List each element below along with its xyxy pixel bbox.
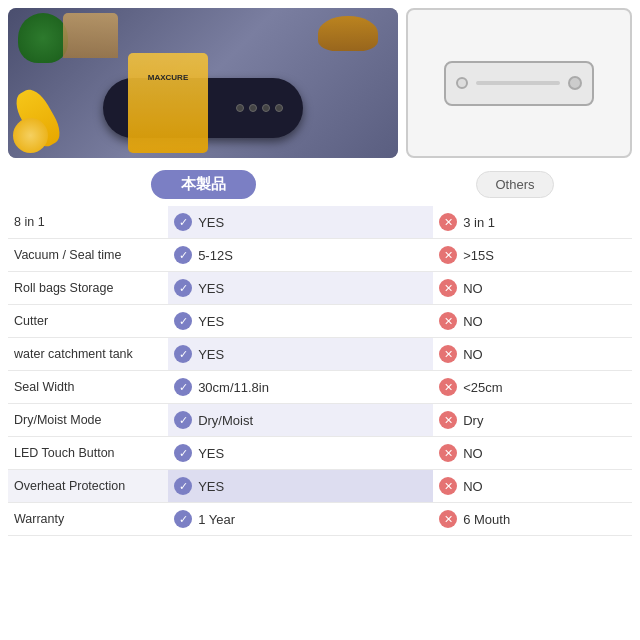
this-value-cell: ✓ 30cm/11.8in — [168, 371, 433, 404]
this-value-text: 30cm/11.8in — [198, 380, 269, 395]
this-product-label: 本製品 — [151, 170, 256, 199]
others-value-cell: ✕ >15S — [433, 239, 632, 272]
others-value-cell: ✕ Dry — [433, 404, 632, 437]
feature-cell: 8 in 1 — [8, 206, 168, 239]
check-icon: ✓ — [174, 213, 192, 231]
this-cell-content: ✓ YES — [174, 444, 427, 462]
others-value-cell: ✕ NO — [433, 338, 632, 371]
table-row: Seal Width ✓ 30cm/11.8in ✕ <25cm — [8, 371, 632, 404]
feature-cell: Overheat Protection — [8, 470, 168, 503]
this-cell-content: ✓ YES — [174, 312, 427, 330]
table-row: Dry/Moist Mode ✓ Dry/Moist ✕ Dry — [8, 404, 632, 437]
table-row: LED Touch Button ✓ YES ✕ NO — [8, 437, 632, 470]
others-value-text: NO — [463, 446, 483, 461]
machine-controls — [236, 104, 283, 112]
others-cell-content: ✕ NO — [439, 345, 626, 363]
this-product-image: MAXCURE — [8, 8, 398, 158]
this-value-text: YES — [198, 281, 224, 296]
cross-icon: ✕ — [439, 345, 457, 363]
check-icon: ✓ — [174, 279, 192, 297]
this-cell-content: ✓ 5-12S — [174, 246, 427, 264]
basket-decor — [63, 13, 118, 58]
cross-icon: ✕ — [439, 444, 457, 462]
machine-dot-3 — [262, 104, 270, 112]
feature-cell: Vacuum / Seal time — [8, 239, 168, 272]
table-row: Roll bags Storage ✓ YES ✕ NO — [8, 272, 632, 305]
others-cell-content: ✕ NO — [439, 444, 626, 462]
machine-dot-1 — [236, 104, 244, 112]
others-product-image — [406, 8, 632, 158]
others-cell-content: ✕ NO — [439, 477, 626, 495]
feature-cell: Warranty — [8, 503, 168, 536]
feature-cell: water catchment tank — [8, 338, 168, 371]
label-right: Others — [398, 171, 632, 198]
this-value-text: 5-12S — [198, 248, 233, 263]
this-value-text: YES — [198, 215, 224, 230]
others-value-text: Dry — [463, 413, 483, 428]
others-cell-content: ✕ 3 in 1 — [439, 213, 626, 231]
others-machine-body — [476, 81, 560, 85]
this-value-text: YES — [198, 446, 224, 461]
others-cell-content: ✕ 6 Mouth — [439, 510, 626, 528]
others-value-text: NO — [463, 479, 483, 494]
feature-cell: Cutter — [8, 305, 168, 338]
this-value-cell: ✓ YES — [168, 272, 433, 305]
others-value-text: NO — [463, 314, 483, 329]
others-value-text: 6 Mouth — [463, 512, 510, 527]
this-value-text: YES — [198, 479, 224, 494]
this-value-cell: ✓ YES — [168, 305, 433, 338]
check-icon: ✓ — [174, 477, 192, 495]
this-value-cell: ✓ 5-12S — [168, 239, 433, 272]
others-machine-dot — [456, 77, 468, 89]
others-value-text: >15S — [463, 248, 494, 263]
feature-cell: Roll bags Storage — [8, 272, 168, 305]
feature-cell: Dry/Moist Mode — [8, 404, 168, 437]
this-value-cell: ✓ YES — [168, 437, 433, 470]
cross-icon: ✕ — [439, 411, 457, 429]
labels-row: 本製品 Others — [8, 166, 632, 202]
check-icon: ✓ — [174, 345, 192, 363]
check-icon: ✓ — [174, 246, 192, 264]
table-row: Cutter ✓ YES ✕ NO — [8, 305, 632, 338]
cross-icon: ✕ — [439, 510, 457, 528]
feature-cell: Seal Width — [8, 371, 168, 404]
check-icon: ✓ — [174, 444, 192, 462]
cross-icon: ✕ — [439, 378, 457, 396]
this-value-cell: ✓ YES — [168, 206, 433, 239]
check-icon: ✓ — [174, 411, 192, 429]
others-value-cell: ✕ NO — [433, 470, 632, 503]
this-cell-content: ✓ YES — [174, 345, 427, 363]
this-cell-content: ✓ 30cm/11.8in — [174, 378, 427, 396]
this-cell-content: ✓ 1 Year — [174, 510, 427, 528]
others-cell-content: ✕ <25cm — [439, 378, 626, 396]
this-value-text: Dry/Moist — [198, 413, 253, 428]
this-value-text: 1 Year — [198, 512, 235, 527]
others-value-text: <25cm — [463, 380, 502, 395]
table-row: 8 in 1 ✓ YES ✕ 3 in 1 — [8, 206, 632, 239]
check-icon: ✓ — [174, 312, 192, 330]
this-value-cell: ✓ Dry/Moist — [168, 404, 433, 437]
others-value-cell: ✕ 3 in 1 — [433, 206, 632, 239]
machine-dot-2 — [249, 104, 257, 112]
check-icon: ✓ — [174, 510, 192, 528]
others-cell-content: ✕ NO — [439, 312, 626, 330]
others-value-cell: ✕ 6 Mouth — [433, 503, 632, 536]
this-cell-content: ✓ YES — [174, 477, 427, 495]
this-value-cell: ✓ 1 Year — [168, 503, 433, 536]
machine-dot-4 — [275, 104, 283, 112]
others-cell-content: ✕ >15S — [439, 246, 626, 264]
others-value-cell: ✕ NO — [433, 272, 632, 305]
others-cell-content: ✕ Dry — [439, 411, 626, 429]
this-cell-content: ✓ Dry/Moist — [174, 411, 427, 429]
comparison-table: 8 in 1 ✓ YES ✕ 3 in 1 Vacuum / Seal time… — [8, 206, 632, 536]
cross-icon: ✕ — [439, 312, 457, 330]
feature-cell: LED Touch Button — [8, 437, 168, 470]
bag-decor: MAXCURE — [128, 53, 208, 153]
others-machine-button — [568, 76, 582, 90]
others-value-text: NO — [463, 347, 483, 362]
this-value-text: YES — [198, 347, 224, 362]
cross-icon: ✕ — [439, 213, 457, 231]
broccoli-decor — [18, 13, 68, 63]
cross-icon: ✕ — [439, 279, 457, 297]
others-value-cell: ✕ NO — [433, 305, 632, 338]
